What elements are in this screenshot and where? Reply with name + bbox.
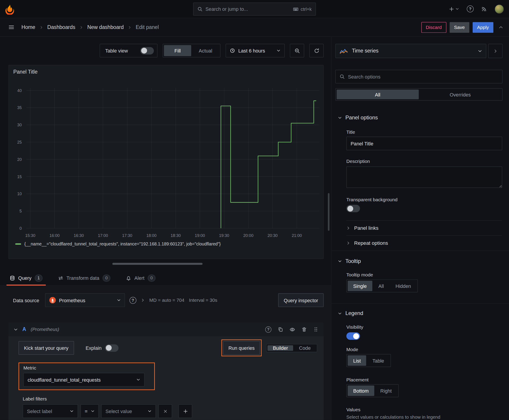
refresh-button[interactable] (309, 44, 324, 57)
value-filter-select[interactable]: Select value (101, 404, 156, 418)
save-button[interactable]: Save (449, 22, 469, 33)
options-tab-all[interactable]: All (337, 90, 418, 99)
actual-option[interactable]: Actual (192, 45, 219, 56)
panel-edit-actions: Discard Save Apply (421, 22, 503, 33)
value-filter-placeholder: Select value (106, 408, 132, 414)
builder-option[interactable]: Builder (267, 345, 293, 351)
breadcrumb-home[interactable]: Home (21, 24, 35, 30)
horizontal-scrollbar[interactable] (112, 263, 202, 265)
hide-query-button[interactable] (289, 327, 295, 332)
breadcrumb-dashboards[interactable]: Dashboards (47, 24, 76, 30)
chevron-down-icon[interactable] (14, 327, 18, 332)
zoom-out-button[interactable] (290, 44, 304, 57)
new-menu-button[interactable] (449, 6, 459, 11)
kickstart-button[interactable]: Kick start your query (18, 341, 74, 355)
legend-visibility-switch[interactable] (346, 332, 360, 340)
panel-edit-main: Table view Fill Actual Last 6 hours Pane… (0, 37, 331, 420)
chevron-right-icon (79, 26, 83, 29)
chart-legend[interactable]: {__name__="cloudflared_tunnel_total_requ… (15, 241, 220, 246)
database-icon (10, 275, 15, 280)
tooltip-mode-all[interactable]: All (373, 281, 389, 291)
panel-description-input[interactable] (346, 166, 502, 188)
run-queries-button[interactable]: Run queries (223, 341, 260, 355)
discard-button[interactable]: Discard (421, 22, 446, 33)
shortcut-label: ctrl+k (301, 6, 312, 11)
options-search-input[interactable] (348, 74, 498, 79)
query-help-button[interactable] (265, 326, 271, 332)
delete-query-button[interactable] (302, 327, 307, 332)
panel-options-section-header[interactable]: Panel options (338, 115, 378, 121)
duplicate-query-button[interactable] (278, 327, 283, 332)
options-filter-tabs: All Overrides (335, 88, 502, 100)
tab-query[interactable]: Query 1 (6, 270, 46, 285)
remove-filter-button[interactable] (159, 404, 172, 418)
global-search-input[interactable] (205, 6, 290, 12)
query-ref-id: A (23, 326, 26, 332)
table-view-switch[interactable] (140, 47, 154, 54)
chevron-down-icon (70, 409, 74, 413)
legend-placement-bottom[interactable]: Bottom (348, 385, 374, 396)
operator-select[interactable]: = (81, 404, 99, 418)
tab-alert[interactable]: Alert 0 (122, 270, 159, 285)
query-row-header[interactable]: A (Prometheus) (8, 323, 324, 336)
interval-info[interactable]: Interval = 30s (189, 298, 217, 303)
legend-mode-table[interactable]: Table (367, 355, 390, 366)
query-options-chevron-icon[interactable] (141, 298, 145, 302)
tooltip-mode-single[interactable]: Single (348, 281, 372, 291)
datasource-help-button[interactable] (129, 297, 136, 304)
chevron-down-icon (137, 378, 140, 382)
options-tab-overrides[interactable]: Overrides (419, 90, 501, 99)
metric-select[interactable]: cloudflared_tunnel_total_requests (23, 373, 144, 387)
apply-button[interactable]: Apply (473, 22, 494, 33)
query-inspector-button[interactable]: Query inspector (278, 293, 324, 307)
panel-title-input[interactable] (346, 137, 502, 150)
svg-text:18:00: 18:00 (146, 233, 156, 238)
table-view-control: Table view (100, 44, 157, 57)
collapse-options-pane-button[interactable] (488, 44, 502, 58)
add-filter-button[interactable] (179, 404, 192, 418)
grip-icon (313, 327, 319, 332)
query-row-body: Kick start your query Explain Run querie… (8, 336, 324, 420)
chevron-right-icon (128, 26, 131, 29)
collapse-header-button[interactable] (499, 25, 503, 29)
drag-handle[interactable] (313, 327, 319, 332)
grafana-logo[interactable] (4, 3, 15, 14)
svg-text:0: 0 (20, 226, 22, 231)
legend-placement-right[interactable]: Right (375, 385, 397, 396)
tooltip-mode-hidden[interactable]: Hidden (390, 281, 417, 291)
tooltip-section-header[interactable]: Tooltip (338, 258, 361, 264)
visualization-picker[interactable]: Time series (335, 44, 486, 58)
breadcrumb-new-dashboard[interactable]: New dashboard (87, 24, 124, 30)
legend-section-header[interactable]: Legend (338, 310, 363, 316)
datasource-picker[interactable]: Prometheus (45, 293, 125, 307)
panel-title[interactable]: Panel Title (13, 69, 38, 75)
chevron-right-icon (493, 49, 498, 53)
vertical-scrollbar[interactable] (328, 193, 329, 231)
panel-links-section[interactable]: Panel links (346, 220, 502, 235)
search-shortcut: ctrl+k (293, 6, 311, 11)
time-range-picker[interactable]: Last 6 hours (226, 44, 285, 57)
legend-values-label: Values (346, 407, 360, 412)
global-search-bar[interactable]: ctrl+k (193, 2, 316, 15)
menu-toggle-button[interactable] (8, 24, 14, 30)
svg-text:40: 40 (17, 88, 22, 93)
tab-transform-data[interactable]: Transform data 0 (54, 270, 114, 285)
chevron-down-icon (276, 49, 280, 52)
code-option[interactable]: Code (294, 345, 316, 351)
keyboard-icon (293, 6, 298, 11)
repeat-options-section[interactable]: Repeat options (346, 235, 502, 250)
svg-text:35: 35 (17, 106, 22, 110)
max-data-points[interactable]: MD = auto = 704 (149, 298, 184, 303)
chevron-down-icon (338, 259, 342, 263)
explain-switch[interactable] (105, 344, 119, 352)
legend-mode-list[interactable]: List (348, 355, 366, 366)
fill-option[interactable]: Fill (164, 45, 191, 56)
legend-visibility-label: Visibility (346, 324, 363, 330)
transparent-background-switch[interactable] (346, 205, 360, 212)
help-button[interactable] (467, 6, 473, 12)
user-avatar[interactable] (495, 5, 504, 14)
label-filter-select[interactable]: Select label (23, 404, 78, 418)
options-search[interactable] (335, 70, 502, 83)
svg-text:16:30: 16:30 (74, 233, 84, 238)
news-button[interactable] (481, 6, 487, 12)
